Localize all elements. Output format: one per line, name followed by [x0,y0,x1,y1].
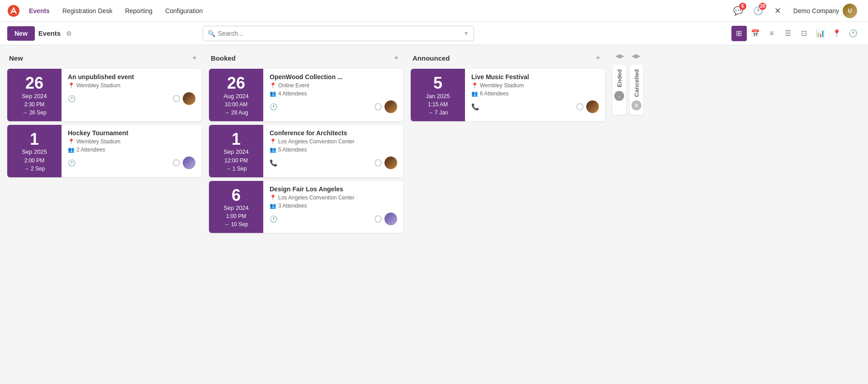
card-month-year: Sep 2025 [22,148,47,156]
card-title: Hockey Tournament [68,129,195,137]
card-attendees-text: 2 Attendees [76,147,105,153]
card-month-year: Sep 2024 [22,92,47,100]
col-ended-collapsed[interactable]: Ended - [612,65,626,115]
search-icon: 🔍 [208,30,215,37]
nav-reporting[interactable]: Reporting [119,5,158,17]
card-assignee-avatar [384,100,397,113]
card-openwood[interactable]: 26 Aug 2024 10:00 AM → 28 Aug OpenWood C… [209,69,403,121]
card-hockey[interactable]: 1 Sep 2025 2:00 PM → 2 Sep Hockey Tourna… [7,125,202,177]
card-time: 1:00 PM [226,213,247,219]
messages-icon-btn[interactable]: 💬 6 [730,3,746,19]
location-icon: 📍 [270,82,276,89]
card-arrow: → 28 Aug [224,109,248,116]
card-footer: 📞 [270,156,397,169]
card-location-text: Online Event [278,82,309,89]
card-status-radio[interactable] [375,103,382,110]
list-view-btn[interactable]: ≡ [764,26,779,41]
card-date-box: 26 Aug 2024 10:00 AM → 28 Aug [209,69,263,121]
col-announced-add-btn[interactable]: + [593,52,603,63]
card-time: 2:30 PM [24,101,45,108]
nav-registration[interactable]: Registration Desk [57,5,118,17]
card-location-text: Wembley Stadium [76,82,120,89]
card-status-radio[interactable] [375,215,382,223]
card-attendees: 👥 5 Attendees [270,147,397,153]
search-dropdown-arrow[interactable]: ▼ [464,30,469,37]
card-day: 1 [30,130,39,148]
collapsed-cols: Ended - Cancelled 0 [612,65,643,115]
card-design-fair[interactable]: 6 Sep 2024 1:00 PM → 10 Sep Design Fair … [209,181,403,233]
new-button[interactable]: New [7,26,35,41]
card-status-radio[interactable] [375,159,382,166]
card-arrow: → 26 Sep [22,109,46,116]
col-booked-title: Booked [211,54,391,62]
card-day: 26 [227,74,245,92]
card-title: Live Music Festival [471,73,599,81]
app-logo[interactable] [7,5,20,17]
kanban-board: New + 26 Sep 2024 2:30 PM → 26 Sep An un… [0,45,868,384]
search-input[interactable] [218,30,461,37]
card-date-box: 5 Jan 2025 1:15 AM → 7 Jan [411,69,465,121]
card-body: Design Fair Los Angeles 📍 Los Angeles Co… [263,181,403,233]
card-day: 6 [232,186,241,204]
card-day: 1 [232,130,241,148]
card-unpublished[interactable]: 26 Sep 2024 2:30 PM → 26 Sep An unpublis… [7,69,202,121]
card-location-text: Los Angeles Convention Center [278,138,355,145]
card-live-music[interactable]: 5 Jan 2025 1:15 AM → 7 Jan Live Music Fe… [411,69,605,121]
activity-view-btn[interactable]: 🕐 [845,26,861,41]
card-body: Hockey Tournament 📍 Wembley Stadium 👥 2 … [62,125,202,177]
card-attendees: 👥 4 Attendees [270,90,397,97]
card-status-radio[interactable] [173,159,180,166]
card-attendees: 👥 3 Attendees [270,203,397,209]
chart-view-btn[interactable]: 📊 [813,26,828,41]
list-alt-view-btn[interactable]: ☰ [780,26,796,41]
map-view-btn[interactable]: 📍 [829,26,844,41]
card-location-text: Wembley Stadium [480,82,524,89]
col-booked: Booked + 26 Aug 2024 10:00 AM → 28 Aug O… [209,52,403,237]
card-assignee-avatar [384,213,397,225]
settings-icon-btn[interactable]: ✕ [770,3,786,19]
clock-icon: 🕐 [270,215,277,223]
card-assignee-avatar [586,100,599,113]
attendees-icon: 👥 [68,147,75,153]
card-location: 📍 Los Angeles Convention Center [270,194,397,201]
card-body: Conference for Architects 📍 Los Angeles … [263,125,403,177]
col-cancelled-collapsed[interactable]: Cancelled 0 [630,65,643,115]
settings-gear-icon[interactable]: ⚙ [66,30,72,37]
col-new-add-btn[interactable]: + [189,52,200,63]
card-date-box: 1 Sep 2024 12:00 PM → 1 Sep [209,125,263,177]
pivot-view-btn[interactable]: ⊡ [797,26,812,41]
nav-events[interactable]: Events [24,5,55,17]
card-location: 📍 Online Event [270,82,397,89]
card-month-year: Jan 2025 [426,92,450,100]
activities-badge: 28 [759,3,766,10]
col-booked-add-btn[interactable]: + [391,52,402,63]
col-new: New + 26 Sep 2024 2:30 PM → 26 Sep An un… [7,52,202,181]
activities-icon-btn[interactable]: 🕐 28 [750,3,766,19]
kanban-view-btn[interactable]: ⊞ [731,26,747,41]
col-announced-header: Announced + [411,52,605,63]
company-area[interactable]: Demo Company U [790,4,861,18]
expand-arrow-right[interactable]: ◀▶ [631,52,640,59]
card-title: Design Fair Los Angeles [270,185,397,193]
user-avatar: U [843,4,857,18]
col-ended-label: Ended [616,69,623,87]
card-status-radio[interactable] [173,95,180,102]
collapsed-arrows-row: ◀▶ ◀▶ [612,52,643,59]
expand-arrow-left[interactable]: ◀▶ [615,52,624,59]
nav-configuration[interactable]: Configuration [160,5,208,17]
col-cancelled-count: 0 [631,100,641,110]
card-time: 1:15 AM [428,101,448,108]
card-conference[interactable]: 1 Sep 2024 12:00 PM → 1 Sep Conference f… [209,125,403,177]
card-body: Live Music Festival 📍 Wembley Stadium 👥 … [465,69,605,121]
svg-point-0 [8,5,19,17]
card-footer: 🕐 [270,100,397,113]
card-time: 2:00 PM [24,157,45,164]
card-date-box: 26 Sep 2024 2:30 PM → 26 Sep [7,69,62,121]
collapsed-columns-area: ◀▶ ◀▶ Ended - Cancelled 0 [612,52,643,115]
page-title: Events [38,29,61,37]
location-icon: 📍 [68,138,75,145]
card-status-radio[interactable] [576,103,583,110]
calendar-view-btn[interactable]: 📅 [748,26,763,41]
card-arrow: → 2 Sep [24,166,45,172]
clock-icon: 🕐 [68,159,76,166]
